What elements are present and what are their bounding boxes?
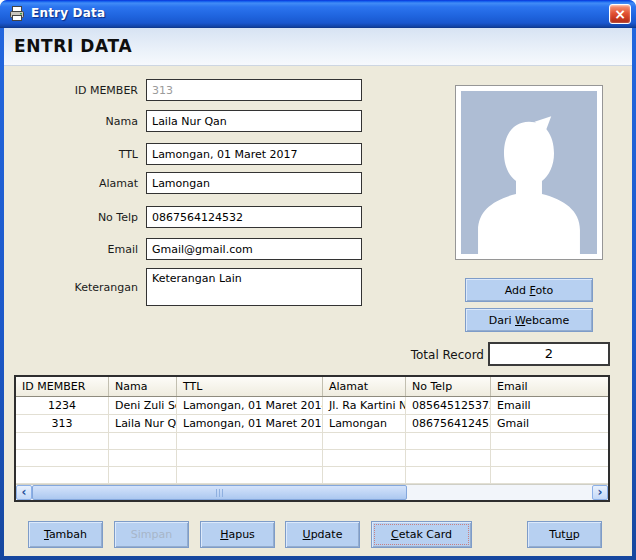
client-area: ENTRI DATA ID MEMBER Nama TTL Alamat No …	[4, 28, 632, 556]
table-cell: 1234	[16, 397, 109, 414]
column-header[interactable]: Alamat	[323, 377, 406, 396]
table-cell: Deni Zuli Se...	[109, 397, 177, 414]
button-label-accel: u	[566, 528, 573, 541]
table-cell: 313	[16, 415, 109, 432]
form-row-nama: Nama	[4, 110, 362, 132]
grid-header-row: ID MEMBERNamaTTLAlamatNo TelpEmail	[16, 377, 608, 397]
email-input[interactable]	[146, 238, 362, 260]
email-label: Email	[4, 243, 146, 256]
button-label-part: Tut	[549, 528, 565, 541]
grid-empty-row	[16, 467, 608, 484]
table-cell	[323, 433, 406, 449]
table-cell	[406, 467, 491, 483]
table-row[interactable]: 1234Deni Zuli Se...Lamongan, 01 Maret 20…	[16, 397, 608, 415]
button-label-part: pdate	[311, 528, 343, 541]
nama-input[interactable]	[146, 110, 362, 132]
form-row-alamat: Alamat	[4, 172, 362, 194]
page-header-band: ENTRI DATA	[4, 28, 632, 66]
horizontal-scrollbar: ‹ ›	[16, 484, 608, 500]
id-member-label: ID MEMBER	[4, 84, 146, 97]
button-label-part: Dari	[489, 314, 515, 327]
alamat-input[interactable]	[146, 172, 362, 194]
table-cell	[177, 467, 323, 483]
table-cell	[109, 433, 177, 449]
table-cell: Lamongan	[323, 415, 406, 432]
table-cell	[177, 433, 323, 449]
table-cell	[323, 467, 406, 483]
total-record-label: Total Record	[334, 348, 484, 362]
table-cell: Emaill	[491, 397, 608, 414]
update-button[interactable]: Update	[285, 521, 360, 548]
button-label-part: apus	[228, 528, 254, 541]
table-cell: Laila Nur Qan	[109, 415, 177, 432]
dari-webcame-button[interactable]: Dari Webcame	[465, 308, 593, 332]
button-label-part: etak Card	[399, 528, 452, 541]
records-grid: ID MEMBERNamaTTLAlamatNo TelpEmail 1234D…	[14, 375, 610, 502]
button-label-part: oto	[535, 284, 553, 297]
tambah-button[interactable]: Tambah	[28, 521, 103, 548]
form-row-ttl: TTL	[4, 143, 362, 165]
table-cell	[406, 433, 491, 449]
keterangan-textarea[interactable]: Keterangan Lain	[146, 268, 362, 306]
tutup-button[interactable]: Tutup	[527, 521, 602, 548]
button-label-part: p	[573, 528, 580, 541]
button-label-accel: U	[303, 528, 311, 541]
table-cell	[491, 433, 608, 449]
no-telp-label: No Telp	[4, 211, 146, 224]
form-row-keterangan: Keterangan Keterangan Lain	[4, 268, 362, 306]
button-label-part: Add	[505, 284, 530, 297]
button-label-part: ebcame	[525, 314, 569, 327]
table-cell	[109, 450, 177, 466]
table-cell	[16, 467, 109, 483]
page-title: ENTRI DATA	[14, 36, 132, 56]
printer-icon	[9, 6, 25, 22]
titlebar[interactable]: Entry Data ×	[0, 0, 636, 28]
table-cell	[491, 450, 608, 466]
grid-empty-row	[16, 450, 608, 467]
button-label-part: ambah	[49, 528, 87, 541]
keterangan-label: Keterangan	[4, 281, 146, 294]
column-header[interactable]: TTL	[177, 377, 323, 396]
table-cell: 0867564124532	[406, 415, 491, 432]
scrollbar-grip	[215, 489, 224, 497]
alamat-label: Alamat	[4, 177, 146, 190]
table-cell	[491, 467, 608, 483]
table-cell	[16, 450, 109, 466]
cetak-card-button[interactable]: Cetak Card	[371, 521, 472, 548]
form-row-email: Email	[4, 238, 362, 260]
hapus-button[interactable]: Hapus	[200, 521, 275, 548]
table-cell: 085645125372x	[406, 397, 491, 414]
member-photo-frame	[455, 85, 603, 260]
column-header[interactable]: Nama	[109, 377, 177, 396]
no-telp-input[interactable]	[146, 206, 362, 228]
table-cell: Gmail	[491, 415, 608, 432]
window-title: Entry Data	[31, 6, 105, 20]
table-row[interactable]: 313Laila Nur QanLamongan, 01 Maret 2017L…	[16, 415, 608, 433]
button-label-accel: C	[391, 528, 399, 541]
table-cell: Lamongan, 01 Maret 2014x	[177, 397, 323, 414]
entry-data-window: Entry Data × ENTRI DATA ID MEMBER Nama T…	[0, 0, 636, 560]
scrollbar-track[interactable]	[32, 485, 592, 500]
id-member-input[interactable]	[146, 79, 362, 101]
column-header[interactable]: Email	[491, 377, 608, 396]
scrollbar-thumb[interactable]	[32, 485, 407, 500]
scroll-left-arrow-icon[interactable]: ‹	[16, 485, 32, 500]
scroll-right-arrow-icon[interactable]: ›	[592, 485, 608, 500]
ttl-input[interactable]	[146, 143, 362, 165]
simpan-button[interactable]: Simpan	[114, 521, 189, 548]
close-button[interactable]: ×	[609, 4, 631, 24]
member-photo-placeholder	[461, 91, 597, 254]
grid-empty-row	[16, 433, 608, 450]
add-foto-button[interactable]: Add Foto	[465, 278, 593, 302]
records-grid-body: 1234Deni Zuli Se...Lamongan, 01 Maret 20…	[16, 397, 608, 484]
total-record-value[interactable]: 2	[488, 342, 610, 366]
column-header[interactable]: ID MEMBER	[16, 377, 109, 396]
table-cell: Lamongan, 01 Maret 2017	[177, 415, 323, 432]
form-row-no-telp: No Telp	[4, 206, 362, 228]
table-cell	[323, 450, 406, 466]
table-cell	[109, 467, 177, 483]
column-header[interactable]: No Telp	[406, 377, 491, 396]
person-silhouette-icon	[466, 106, 592, 254]
table-cell	[406, 450, 491, 466]
button-label-part: Simpan	[131, 528, 172, 541]
